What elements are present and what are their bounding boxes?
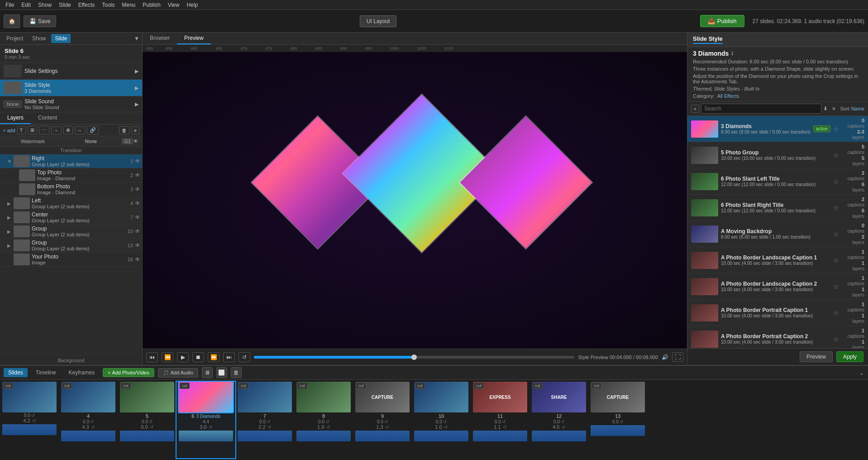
menu-slide[interactable]: Slide	[55, 1, 75, 9]
slide-13-refresh[interactable]: ↺	[620, 419, 623, 424]
style-item-borderland2[interactable]: A Photo Border Landscape Caption 2 10.00…	[687, 273, 868, 300]
slide-9-refresh[interactable]: ↺	[384, 419, 388, 424]
square-icon-btn[interactable]: ⬜	[216, 367, 227, 378]
layer-right[interactable]: ▼ Right Group Layer (2 sub items) 1 👁	[0, 154, 142, 168]
style-item-6slantleft[interactable]: 6 Photo Slant Left Title 12.00 sec (12.0…	[687, 168, 868, 195]
back-button[interactable]: «	[691, 105, 699, 113]
slide-style-tab[interactable]: Slide Style	[693, 35, 723, 44]
layer-bottom-eye[interactable]: 👁	[135, 186, 140, 192]
slide-sound-row[interactable]: None Slide Sound No Slide Sound ▶	[0, 96, 142, 112]
style-6slantright-star[interactable]: ☆	[833, 204, 839, 211]
tab-show[interactable]: Show	[29, 34, 49, 43]
apply-button[interactable]: Apply	[836, 351, 863, 362]
tab-project[interactable]: Project	[3, 34, 27, 43]
style-item-6slantright[interactable]: 6 Photo Slant Right Title 12.00 sec (12.…	[687, 195, 868, 221]
menu-view[interactable]: View	[164, 1, 183, 9]
slide-pre12-refresh[interactable]: ↺	[562, 425, 565, 430]
add-tool[interactable]: ⊕	[63, 126, 73, 134]
layer-group2[interactable]: ▶ Group Group Layer (2 sub items) 13 👁	[0, 239, 142, 253]
slide-pre9-refresh[interactable]: ↺	[385, 425, 389, 430]
timeline-tab-slides[interactable]: Slides	[4, 368, 28, 377]
search-down-button[interactable]: ⬇	[823, 105, 828, 112]
ui-layout-button[interactable]: UI Layout	[360, 15, 396, 27]
progress-handle[interactable]	[411, 355, 417, 360]
menu-edit[interactable]: Edit	[18, 1, 34, 9]
fullscreen-button[interactable]: ⛶	[672, 352, 683, 362]
slide-3-thumb[interactable]: cut	[2, 382, 57, 412]
slide-pre8-refresh[interactable]: ↺	[326, 425, 330, 430]
step-back-button[interactable]: ⏪	[162, 352, 173, 362]
slide-12-thumb[interactable]: cut SHARE	[532, 382, 586, 412]
style-borderport2-star[interactable]: ☆	[833, 335, 839, 343]
right-expand-arrow[interactable]: ▼	[7, 159, 14, 164]
style-6slantleft-star[interactable]: ☆	[833, 178, 839, 185]
more-tool[interactable]: ⋯	[39, 126, 49, 134]
save-button[interactable]: 💾 Save	[24, 15, 56, 27]
trash-icon-btn[interactable]: 🗑	[231, 367, 242, 378]
layer-left[interactable]: ▶ Left Group Layer (2 sub items) 4 👁	[0, 196, 142, 211]
timeline-tab-keyframes[interactable]: Keyframes	[64, 368, 99, 377]
play-button[interactable]: ▶	[177, 352, 189, 362]
layer-group1-eye[interactable]: 👁	[135, 228, 140, 235]
stop-button[interactable]: ⏹	[192, 352, 204, 362]
chain-tool[interactable]: 🔗	[87, 126, 99, 134]
slide-13-thumb[interactable]: cut CAPTURE	[591, 382, 645, 412]
text-tool[interactable]: T	[17, 126, 26, 134]
menu-help[interactable]: Help	[183, 1, 201, 9]
search-close-button[interactable]: ✕	[830, 105, 838, 113]
layer-left-eye[interactable]: 👁	[135, 200, 140, 206]
group2-expand-arrow[interactable]: ▶	[7, 243, 14, 248]
category-value[interactable]: All Effects	[717, 93, 739, 99]
menu-tools[interactable]: Tools	[98, 1, 118, 9]
skip-start-button[interactable]: ⏮	[146, 352, 158, 362]
add-photo-button[interactable]: + Add Photo/Video	[103, 368, 154, 377]
slide-11-thumb[interactable]: cut EXPRESS	[473, 382, 527, 412]
slide-7-refresh[interactable]: ↺	[267, 419, 270, 424]
slide-pre4-refresh[interactable]: ↺	[91, 425, 95, 430]
slide-strip[interactable]: cut 0.0 ↺ 4.2 ↺ cut 4 0.0 ↺	[0, 380, 868, 460]
left-expand-arrow[interactable]: ▶	[7, 201, 14, 206]
style-movingbackdrop-star[interactable]: ☆	[833, 230, 839, 238]
grid-tool[interactable]: ⊞	[28, 126, 37, 134]
timeline-collapse-button[interactable]: ⌄	[859, 369, 864, 376]
slide-pre11-refresh[interactable]: ↺	[503, 425, 506, 430]
panel-collapse-arrow[interactable]: ▼	[134, 35, 139, 42]
style-borderland1-star[interactable]: ☆	[833, 257, 839, 264]
layer-group1[interactable]: ▶ Group Group Layer (2 sub items) 10 👁	[0, 225, 142, 239]
sort-value[interactable]: Name	[851, 106, 864, 111]
link-tool[interactable]: ↔	[75, 126, 85, 134]
info-icon[interactable]: ℹ	[731, 50, 734, 57]
layer-your-eye[interactable]: 👁	[135, 256, 140, 263]
slide-7-thumb[interactable]: cut	[238, 382, 292, 412]
add-audio-button[interactable]: 🎵 Add Audio	[158, 368, 198, 378]
tab-content[interactable]: Content	[31, 112, 64, 124]
slide-10-refresh[interactable]: ↺	[443, 419, 447, 424]
slide-9-thumb[interactable]: cut CAPTURE	[355, 382, 410, 412]
playback-progress[interactable]	[254, 356, 574, 359]
style-5photogroup-star[interactable]: ☆	[833, 152, 839, 159]
slide-style-row[interactable]: Slide Style 3 Diamonds ▶	[0, 80, 142, 96]
slide-11-refresh[interactable]: ↺	[502, 419, 506, 424]
style-3diamonds-star[interactable]: ☆	[833, 125, 839, 133]
slide-pre6-refresh[interactable]: ↺	[209, 425, 212, 430]
style-borderland2-star[interactable]: ☆	[833, 283, 839, 290]
slide-pre7-refresh[interactable]: ↺	[267, 425, 271, 430]
arrow-tool[interactable]: →	[51, 126, 62, 134]
slide-5-thumb[interactable]: cut	[120, 382, 174, 412]
menu-tool[interactable]: ≡	[131, 126, 139, 134]
layer-center[interactable]: ▶ Center Group Layer (2 sub items) 7 👁	[0, 211, 142, 225]
layer-group2-eye[interactable]: 👁	[135, 242, 140, 249]
skip-end-button[interactable]: ⏭	[223, 352, 235, 362]
timeline-tab-timeline[interactable]: Timeline	[31, 368, 61, 377]
publish-button[interactable]: 📤 Publish	[700, 15, 744, 27]
layer-bottom-photo[interactable]: Bottom Photo Image - Diamond 3 👁	[0, 182, 142, 196]
preview-button[interactable]: Preview	[800, 351, 833, 362]
style-item-5photogroup[interactable]: 5 Photo Group 10.00 sec (10.00 sec slide…	[687, 142, 868, 168]
preview-tab[interactable]: Preview	[177, 33, 211, 44]
slide-pre5-refresh[interactable]: ↺	[150, 425, 153, 430]
slide-12-refresh[interactable]: ↺	[561, 419, 564, 424]
layer-top-photo[interactable]: Top Photo Image - Diamond 2 👁	[0, 168, 142, 182]
menu-publish[interactable]: Publish	[139, 1, 164, 9]
slide-10-thumb[interactable]: cut	[414, 382, 468, 412]
slide-3-refresh[interactable]: ↺	[31, 413, 35, 418]
